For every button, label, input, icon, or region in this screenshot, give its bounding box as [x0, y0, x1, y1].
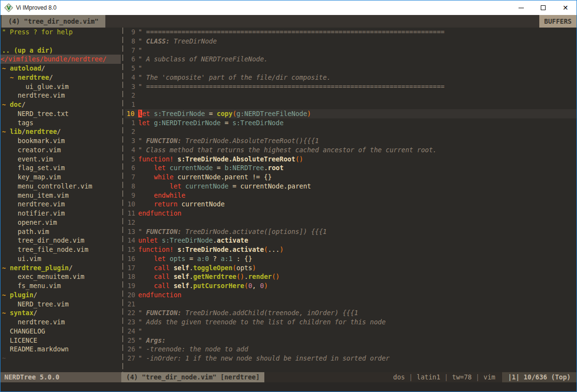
code-line[interactable]: 4" The 'composite' part of the file/dir …: [125, 73, 577, 82]
command-line[interactable]: [0, 382, 577, 392]
token-dm: ~: [2, 264, 10, 272]
code-line[interactable]: 7": [125, 46, 577, 55]
tree-item[interactable]: ~: [2, 354, 121, 363]
line-number: 27: [127, 354, 135, 363]
tree-item[interactable]: tree_dir_node.vim: [2, 236, 121, 245]
code-line[interactable]: 24": [125, 327, 577, 336]
token-or: (): [236, 273, 244, 280]
tree-item[interactable]: LICENCE: [2, 336, 121, 345]
code-line[interactable]: 7 while currentNode.parent != {}: [125, 173, 577, 182]
code-line[interactable]: 19 call self.putCursorHere(0, 0): [125, 281, 577, 290]
code-line[interactable]: 6" A subclass of NERDTreeFileNode.: [125, 55, 577, 64]
token-tl: ~: [2, 354, 6, 362]
tree-item[interactable]: nerdtree.vim: [2, 200, 121, 209]
code-line[interactable]: 21: [125, 300, 577, 309]
token-fg: =: [221, 119, 232, 127]
token-file: NERD_tree.vim: [2, 300, 69, 308]
line-number: 9: [127, 28, 135, 37]
tree-item[interactable]: NERD_tree.txt: [2, 109, 121, 118]
main-area: " Press ? for help.. (up a dir)</vimfile…: [0, 28, 577, 372]
tree-item[interactable]: ui.vim: [2, 254, 121, 263]
token-cmb: FUNCTION:: [146, 137, 181, 145]
tree-item[interactable]: nerdtree.vim: [2, 91, 121, 100]
token-fg: [138, 164, 154, 172]
tree-item[interactable]: ~ autoload/: [2, 64, 121, 73]
code-line[interactable]: 8" CLASS: TreeDirNode: [125, 37, 577, 46]
token-fgb: s:TreeDirNode.AbsoluteTreeRoot: [173, 155, 295, 163]
code-line[interactable]: 9" =====================================…: [125, 28, 577, 37]
tree-item[interactable]: ~ syntax/: [2, 308, 121, 318]
buffers-tab[interactable]: BUFFERS: [539, 15, 577, 28]
code-line[interactable]: 16 let opts = a:0 ? a:1 : {}: [125, 254, 577, 263]
tree-item[interactable]: menu_controller.vim: [2, 182, 121, 191]
code-line[interactable]: 5function! s:TreeDirNode.AbsoluteTreeRoo…: [125, 155, 577, 164]
code-line[interactable]: 9 endwhile: [125, 191, 577, 200]
code-line[interactable]: 10 return currentNode: [125, 200, 577, 209]
tree-item[interactable]: event.vim: [2, 155, 121, 164]
code-line-current[interactable]: 10let s:TreeDirNode = copy(g:NERDTreeFil…: [125, 109, 577, 118]
tree-item[interactable]: tree_file_node.vim: [2, 245, 121, 254]
code-line[interactable]: 6 let currentNode = b:NERDTree.root: [125, 163, 577, 173]
code-line[interactable]: 2: [125, 91, 577, 100]
code-line[interactable]: 11endfunction: [125, 209, 577, 218]
code-line[interactable]: 23" Adds the given treenode to the list …: [125, 318, 577, 327]
code-line[interactable]: 1: [125, 100, 577, 109]
code-line[interactable]: 25" Args:: [125, 336, 577, 345]
tree-item[interactable]: ui_glue.vim: [2, 82, 121, 91]
code-line[interactable]: 20endfunction: [125, 290, 577, 300]
tree-item[interactable]: ~ doc/: [2, 100, 121, 109]
tree-item[interactable]: README.markdown: [2, 345, 121, 354]
tree-item[interactable]: NERD_tree.vim: [2, 300, 121, 309]
tree-item[interactable]: menu_item.vim: [2, 191, 121, 200]
tree-item[interactable]: nerdtree.vim: [2, 318, 121, 327]
code-line[interactable]: 1let g:NERDTreeDirNode = s:TreeDirNode: [125, 118, 577, 128]
code-line[interactable]: 17 call self.toggleOpen(opts): [125, 263, 577, 273]
status-right-flags: dos | latin1 | tw=78 | vim: [393, 372, 502, 382]
code-line[interactable]: 5": [125, 64, 577, 73]
token-file: ui_glue.vim: [2, 83, 69, 90]
tree-item[interactable]: fs_menu.vim: [2, 281, 121, 290]
window-controls: ✕: [510, 0, 577, 15]
tree-item[interactable]: CHANGELOG: [2, 327, 121, 336]
tree-item[interactable]: ~ nerdtree/: [2, 73, 121, 82]
code-line[interactable]: 12: [125, 218, 577, 227]
minimize-button[interactable]: [510, 0, 532, 15]
tree-item[interactable]: ~ lib/nerdtree/: [2, 127, 121, 136]
code-line[interactable]: 15function! s:TreeDirNode.activate(...): [125, 245, 577, 254]
code-line[interactable]: 22" FUNCTION: TreeDirNode.addChild(treen…: [125, 308, 577, 318]
window-split-separator[interactable]: [121, 28, 125, 372]
status-nerdtree-version: NERDTree 5.0.0: [0, 372, 121, 382]
code-line[interactable]: 27" -inOrder: 1 if the new node should b…: [125, 354, 577, 363]
tree-item[interactable]: [2, 37, 121, 46]
code-line[interactable]: 26" -treenode: the node to add: [125, 345, 577, 354]
tree-item[interactable]: ~ plugin/: [2, 290, 121, 300]
tree-item[interactable]: bookmark.vim: [2, 136, 121, 145]
code-line[interactable]: 8 let currentNode = currentNode.parent: [125, 182, 577, 191]
code-line[interactable]: 13" FUNCTION: TreeDirNode.activate([opti…: [125, 227, 577, 236]
tree-item-selected[interactable]: </vimfiles/bundle/nerdtree/: [0, 55, 121, 64]
maximize-button[interactable]: [532, 0, 554, 15]
tree-item[interactable]: tags: [2, 118, 121, 128]
code-line[interactable]: 3" =====================================…: [125, 82, 577, 91]
tree-item[interactable]: exec_menuitem.vim: [2, 272, 121, 281]
tree-item[interactable]: path.vim: [2, 227, 121, 236]
code-line[interactable]: 2: [125, 127, 577, 136]
code-line[interactable]: 3" FUNCTION: TreeDirNode.AbsoluteTreeRoo…: [125, 136, 577, 145]
tree-item[interactable]: ~ nerdtree_plugin/: [2, 263, 121, 273]
tree-item[interactable]: flag_set.vim: [2, 163, 121, 173]
tree-item[interactable]: .. (up a dir): [2, 46, 121, 55]
token-cm: " Class method that returns the highest …: [138, 146, 437, 154]
token-id: b:NERDTree: [225, 164, 264, 172]
code-line[interactable]: 4" Class method that returns the highest…: [125, 145, 577, 155]
code-line[interactable]: 14unlet s:TreeDirNode.activate: [125, 236, 577, 245]
tree-item[interactable]: " Press ? for help: [2, 28, 121, 37]
tree-item[interactable]: key_map.vim: [2, 173, 121, 182]
tree-item[interactable]: notifier.vim: [2, 209, 121, 218]
code-line[interactable]: 18 call self.getNerdtree().render(): [125, 272, 577, 281]
tree-item[interactable]: creator.vim: [2, 145, 121, 155]
token-fg: .: [245, 273, 248, 280]
tree-item[interactable]: opener.vim: [2, 218, 121, 227]
token-fg: [170, 273, 173, 280]
close-button[interactable]: ✕: [554, 0, 577, 15]
tab-tree-dir-node[interactable]: (4) "tree_dir_node.vim": [1, 15, 105, 28]
